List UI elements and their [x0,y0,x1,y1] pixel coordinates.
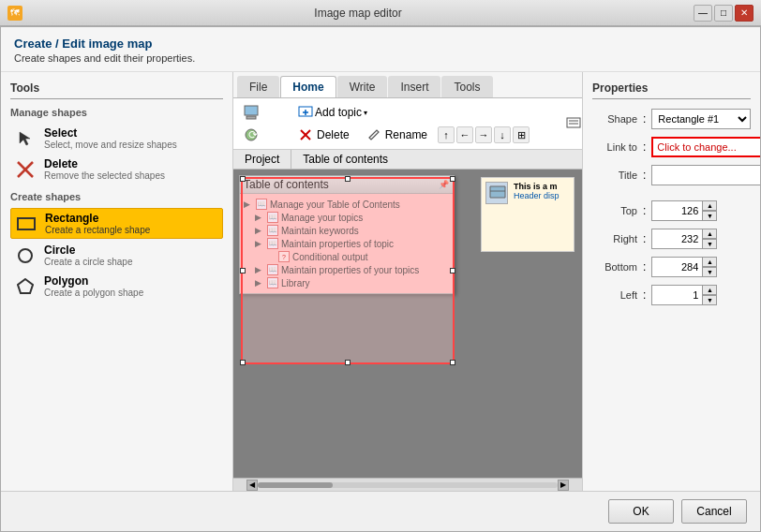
rectangle-tool-text: Rectangle Create a rectangle shape [45,212,150,235]
handle-bm[interactable] [345,360,351,365]
handle-tm[interactable] [345,176,351,182]
title-prop-label: Title [592,170,637,181]
preview-text-area: This is a m Header disp [514,182,560,200]
close-button[interactable]: ✕ [735,5,754,22]
tab-home[interactable]: Home [280,76,336,97]
title-bar-controls: — □ ✕ [694,5,754,22]
cursor-icon [14,127,37,150]
add-topic-button[interactable]: Add topic ▾ [291,102,530,123]
tab-insert[interactable]: Insert [388,76,440,97]
polygon-tool-name: Polygon [44,274,143,288]
nav-down-button[interactable]: ↓ [494,126,511,143]
app-icon: 🗺 [7,6,22,21]
title-colon: : [643,169,646,182]
delete-tool-desc: Remove the selected shapes [44,170,165,181]
polygon-tool[interactable]: Polygon Create a polygon shape [10,272,223,301]
top-down-btn[interactable]: ▼ [702,211,717,221]
ribbon-tabs: File Home Write Insert Tools [233,72,582,97]
rename-button[interactable]: Rename [360,125,434,145]
minimize-button[interactable]: — [694,5,712,22]
scroll-right-arrow[interactable]: ▶ [558,480,569,491]
right-input[interactable]: 232 [651,229,702,249]
circle-tool[interactable]: Circle Create a circle shape [10,241,223,270]
create-shapes-label: Create shapes [10,191,223,202]
title-bar: 🗺 Image map editor — □ ✕ [0,0,761,26]
svg-point-3 [19,249,32,262]
ribbon-group-props: Topic properties ▾ [560,108,582,140]
circle-icon [14,244,37,267]
bottom-input[interactable]: 284 [651,257,702,277]
left-input[interactable]: 1 [651,285,702,305]
handle-tl[interactable] [240,176,246,182]
left-up-btn[interactable]: ▲ [702,285,717,295]
maximize-button[interactable]: □ [714,5,733,22]
select-tool-name: Select [44,126,177,140]
content-area: Tools Manage shapes Select Select, move … [1,72,760,491]
right-up-btn[interactable]: ▲ [702,229,717,239]
handle-bl[interactable] [240,360,246,365]
shape-rectangle[interactable] [241,177,455,364]
add-topic-icon [298,105,313,120]
toc-tab[interactable]: Table of contents [291,150,399,169]
svg-rect-6 [246,116,256,119]
left-spinner-btns: ▲ ▼ [702,285,717,305]
top-up-btn[interactable]: ▲ [702,200,717,211]
scroll-thumb[interactable] [258,482,333,488]
scroll-left-arrow[interactable]: ◀ [246,480,258,491]
horizontal-scrollbar[interactable]: ◀ ▶ [233,478,582,491]
bottom-down-btn[interactable]: ▼ [702,267,717,277]
delete-tool[interactable]: Delete Remove the selected shapes [10,155,223,184]
handle-tr[interactable] [450,176,455,182]
nav-grid-button[interactable]: ⊞ [513,126,530,143]
delete-button[interactable]: Delete [291,125,356,145]
title-input[interactable] [651,165,760,185]
circle-tool-text: Circle Create a circle shape [44,244,133,267]
scroll-track[interactable] [258,482,558,488]
ribbon-content: ⟳ Add topic ▾ [233,97,582,149]
handle-ml[interactable] [240,268,246,273]
bottom-label: Bottom [592,261,637,273]
link-input[interactable]: Click to change... [651,137,760,157]
delete-icon [14,158,37,181]
nav-left-button[interactable]: ← [456,126,473,143]
handle-mr[interactable] [450,268,455,273]
right-spinner: 232 ▲ ▼ [651,229,717,249]
middle-panel: File Home Write Insert Tools ⟳ [233,72,582,491]
cancel-button[interactable]: Cancel [681,499,747,524]
topic-props-icon [566,116,581,131]
left-down-btn[interactable]: ▼ [702,295,717,305]
left-spinner: 1 ▲ ▼ [651,285,717,305]
top-input[interactable]: 126 [651,200,702,221]
handle-br[interactable] [450,360,455,365]
tab-write[interactable]: Write [337,76,388,97]
right-down-btn[interactable]: ▼ [702,239,717,249]
tab-file[interactable]: File [237,76,279,97]
ribbon-icon-1[interactable] [241,102,261,123]
rectangle-tool[interactable]: Rectangle Create a rectangle shape [10,208,223,239]
ok-button[interactable]: OK [608,499,674,524]
svg-marker-4 [18,279,33,293]
bottom-up-btn[interactable]: ▲ [702,257,717,267]
project-tab[interactable]: Project [233,150,291,169]
canvas-area[interactable]: Table of contents 📌 ▶ 📖 Manage your Tabl… [233,170,582,478]
shape-select[interactable]: Rectangle #1 [651,109,751,129]
right-colon: : [643,232,646,245]
delete-button-label: Delete [317,128,350,141]
nav-right-button[interactable]: → [475,126,492,143]
preview-title: This is a m [514,182,560,191]
ribbon: File Home Write Insert Tools ⟳ [233,72,582,150]
shape-colon: : [643,112,646,126]
tools-title: Tools [10,81,223,99]
top-spinner: 126 ▲ ▼ [651,200,717,221]
nav-up-button[interactable]: ↑ [438,126,455,143]
ribbon-icon-2[interactable]: ⟳ [241,125,261,145]
bottom-colon: : [643,260,646,273]
delete-tool-name: Delete [44,157,165,170]
topic-properties-button[interactable]: Topic properties ▾ [560,108,582,140]
preview-panel: This is a m Header disp [481,177,574,252]
select-tool[interactable]: Select Select, move and resize shapes [10,124,223,153]
preview-content: This is a m Header disp [485,182,570,204]
tab-tools[interactable]: Tools [441,76,492,97]
select-tool-text: Select Select, move and resize shapes [44,126,177,150]
polygon-tool-desc: Create a polygon shape [44,288,143,298]
